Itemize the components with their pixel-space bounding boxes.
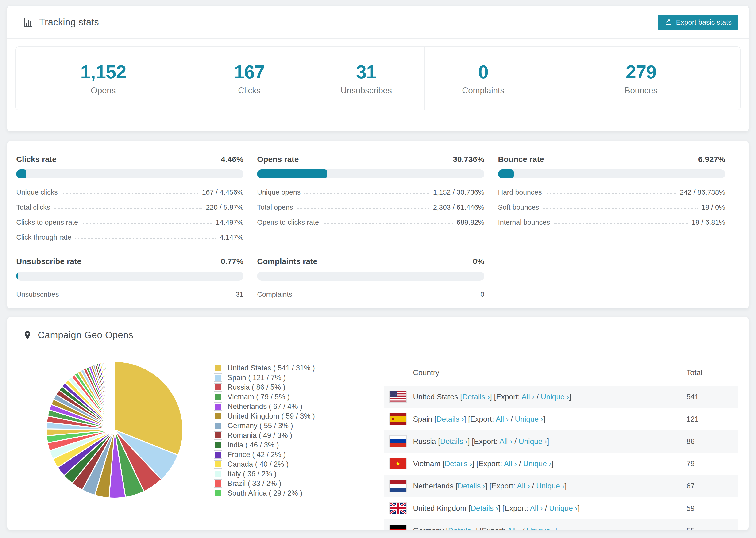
export-all-link[interactable]: All › [517,482,530,490]
legend-item: United States ( 541 / 31% ) [214,363,384,373]
rate-stat-label: Unique clicks [16,188,58,196]
rate-stat-value: 4.147% [220,233,243,241]
progress-bar-fill [498,170,514,178]
export-unique-link[interactable]: Unique › [536,482,565,490]
export-prefix: Export: [505,504,528,512]
rate-stat-row: Soft bounces 18 / 0% [498,203,725,211]
stat-box: 1,152 Opens [16,47,191,110]
export-all-link[interactable]: All › [499,437,512,446]
flag-es-icon [390,413,406,425]
details-link[interactable]: Details › [448,526,475,530]
stat-label: Unsubscribes [341,86,392,95]
rate-block: Bounce rate 6.927% Hard bounces 242 / 86… [498,155,725,241]
progress-bar-track [16,170,243,178]
table-row: United States [Details ›] [Export: All ›… [384,386,738,408]
rate-value: 0% [473,257,484,266]
export-unique-link[interactable]: Unique › [541,393,569,401]
export-basic-stats-button[interactable]: Export basic stats [658,15,738,30]
legend-swatch [214,393,222,401]
legend-label: United States ( 541 / 31% ) [228,364,315,372]
country-cell: Spain [Details ›] [Export: All › / Uniqu… [413,415,545,423]
legend-swatch [214,460,222,468]
rate-stat-row: Unique opens 1,152 / 30.736% [257,188,484,196]
legend-item: South Africa ( 29 / 2% ) [214,488,384,498]
legend-swatch [214,489,222,497]
legend-item: Vietnam ( 79 / 5% ) [214,392,384,402]
export-unique-link[interactable]: Unique › [515,415,543,423]
details-link[interactable]: Details › [458,482,485,490]
export-all-link[interactable]: All › [496,415,509,423]
rates-grid: Clicks rate 4.46% Unique clicks 167 / 4.… [7,141,749,298]
legend-swatch [214,383,222,392]
legend-item: United Kingdom ( 59 / 3% ) [214,411,384,421]
details-link[interactable]: Details › [462,393,490,401]
export-all-link[interactable]: All › [530,504,543,512]
geo-table-rows: United States [Details ›] [Export: All ›… [384,386,738,530]
total-cell: 79 [686,459,694,468]
stat-box: 0 Complaints [425,47,542,110]
rate-stat-value: 689.82% [457,218,484,226]
rate-rows: Complaints 0 [257,290,484,298]
rate-rows: Unique clicks 167 / 4.456% Total clicks … [16,188,243,241]
export-unique-link[interactable]: Unique › [527,526,555,530]
dotted-leader [323,224,453,224]
export-all-link[interactable]: All › [507,526,520,530]
rate-stat-row: Total opens 2,303 / 61.446% [257,203,484,211]
country-column-header: Country [413,368,439,377]
details-link[interactable]: Details › [440,437,468,446]
geo-title: Campaign Geo Opens [38,330,134,340]
progress-bar-fill [16,170,26,178]
legend-label: Russia ( 86 / 5% ) [228,383,285,392]
export-prefix: Export: [478,459,502,468]
geo-header: Campaign Geo Opens [7,317,749,353]
rate-stat-value: 220 / 5.87% [206,203,243,211]
legend-swatch [214,402,222,411]
rate-rows: Unsubscribes 31 [16,290,243,298]
export-unique-link[interactable]: Unique › [519,437,547,446]
table-row: Russia [Details ›] [Export: All › / Uniq… [384,430,738,453]
pie-legend: United States ( 541 / 31% ) Spain ( 121 … [214,359,384,498]
export-unique-link[interactable]: Unique › [523,459,552,468]
export-icon [665,17,673,27]
flag-nl-icon [390,480,406,492]
geo-pie-chart [44,359,185,500]
total-cell: 541 [686,393,699,401]
legend-item: Brazil ( 33 / 2% ) [214,479,384,488]
rate-stat-label: Unique opens [257,188,300,196]
rate-stat-row: Unique clicks 167 / 4.456% [16,188,243,196]
rate-stat-label: Click through rate [16,233,71,241]
export-prefix: Export: [482,526,506,530]
progress-bar-track [257,272,484,281]
rate-stat-value: 167 / 4.456% [202,188,243,196]
rate-value: 0.77% [221,257,243,266]
export-all-link[interactable]: All › [521,393,534,401]
legend-item: Netherlands ( 67 / 4% ) [214,402,384,411]
flag-vn-icon [390,458,406,469]
legend-label: Canada ( 40 / 2% ) [228,460,289,468]
rate-stat-row: Total clicks 220 / 5.87% [16,203,243,211]
export-prefix: Export: [496,393,520,401]
rate-stat-row: Hard bounces 242 / 86.738% [498,188,725,196]
legend-swatch [214,364,222,372]
legend-label: Brazil ( 33 / 2% ) [228,479,281,488]
legend-item: Romania ( 49 / 3% ) [214,430,384,440]
details-link[interactable]: Details › [445,459,472,468]
stat-value: 167 [234,61,265,83]
details-link[interactable]: Details › [436,415,464,423]
legend-swatch [214,373,222,382]
rate-title: Clicks rate [16,155,57,164]
legend-swatch [214,422,222,430]
country-cell: Vietnam [Details ›] [Export: All › / Uni… [413,459,554,468]
export-unique-link[interactable]: Unique › [549,504,577,512]
rate-stat-label: Opens to clicks rate [257,218,319,226]
dotted-leader [62,193,198,194]
country-name: United States [413,393,458,401]
export-all-link[interactable]: All › [504,459,517,468]
dotted-leader [82,224,212,224]
legend-label: South Africa ( 29 / 2% ) [228,489,302,497]
flag-gb-icon [390,503,406,514]
dotted-leader [296,296,477,296]
legend-item: France ( 42 / 2% ) [214,450,384,459]
details-link[interactable]: Details › [470,504,498,512]
rate-value: 30.736% [453,155,484,164]
